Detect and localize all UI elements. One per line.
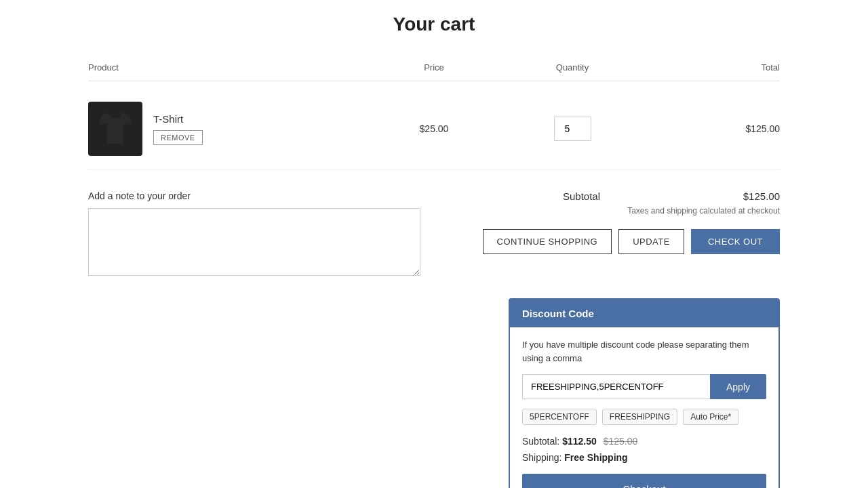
discount-tags: 5PERCENTOFF FREESHIPPING Auto Price*	[522, 409, 766, 425]
discount-shipping-line: Shipping: Free Shipping	[522, 452, 766, 463]
shipping-value: Free Shipping	[564, 452, 627, 463]
discount-new-price: $112.50	[562, 436, 597, 447]
tag-freeshipping[interactable]: FREESHIPPING	[602, 409, 677, 425]
discount-title: Discount Code	[522, 308, 594, 319]
discount-note: If you have multiple discount code pleas…	[522, 338, 766, 365]
table-row: T-Shirt REMOVE $25.00 $125.00	[88, 88, 780, 170]
product-image	[88, 102, 142, 156]
note-section: Add a note to your order	[88, 190, 420, 278]
discount-code-input[interactable]	[522, 374, 710, 399]
summary-section: Subtotal $125.00 Taxes and shipping calc…	[448, 190, 780, 278]
order-note-textarea[interactable]	[88, 208, 420, 276]
quantity-input[interactable]	[554, 117, 591, 141]
note-label: Add a note to your order	[88, 190, 420, 201]
item-price: $25.00	[365, 123, 503, 134]
remove-button[interactable]: REMOVE	[153, 130, 203, 145]
checkout-button[interactable]: CHECK OUT	[691, 229, 780, 254]
subtotal-label: Subtotal	[563, 190, 600, 202]
panel-checkout-button[interactable]: Checkout	[522, 474, 766, 488]
apply-button[interactable]: Apply	[710, 374, 766, 399]
tshirt-icon	[95, 108, 136, 149]
tag-5percentoff[interactable]: 5PERCENTOFF	[522, 409, 597, 425]
shipping-label: Shipping:	[522, 452, 561, 463]
item-total: $125.00	[642, 123, 780, 134]
update-button[interactable]: UPDATE	[618, 229, 684, 254]
action-buttons: CONTINUE SHOPPING UPDATE CHECK OUT	[483, 229, 780, 254]
product-details: T-Shirt REMOVE	[153, 113, 203, 145]
tag-autoprice[interactable]: Auto Price*	[683, 409, 738, 425]
discount-header: Discount Code	[510, 300, 778, 327]
discount-subtotal-label: Subtotal:	[522, 436, 559, 447]
continue-shopping-button[interactable]: CONTINUE SHOPPING	[483, 229, 612, 254]
header-quantity: Quantity	[503, 62, 642, 73]
discount-old-price: $125.00	[604, 436, 638, 447]
page-title: Your cart	[88, 14, 780, 35]
subtotal-value: $125.00	[743, 190, 780, 202]
svg-marker-0	[98, 113, 132, 144]
cart-table-header: Product Price Quantity Total	[88, 62, 780, 81]
product-info: T-Shirt REMOVE	[88, 102, 365, 156]
discount-subtotal-line: Subtotal: $112.50 $125.00	[522, 436, 766, 447]
product-name: T-Shirt	[153, 113, 203, 125]
tax-note: Taxes and shipping calculated at checkou…	[627, 206, 780, 216]
quantity-cell	[503, 117, 642, 141]
subtotal-row: Subtotal $125.00	[563, 190, 780, 202]
header-total: Total	[642, 62, 780, 73]
header-product: Product	[88, 62, 365, 73]
header-price: Price	[365, 62, 503, 73]
bottom-section: Add a note to your order Subtotal $125.0…	[88, 190, 780, 278]
discount-panel: Discount Code If you have multiple disco…	[509, 298, 780, 488]
discount-input-row: Apply	[522, 374, 766, 399]
discount-body: If you have multiple discount code pleas…	[510, 327, 778, 488]
